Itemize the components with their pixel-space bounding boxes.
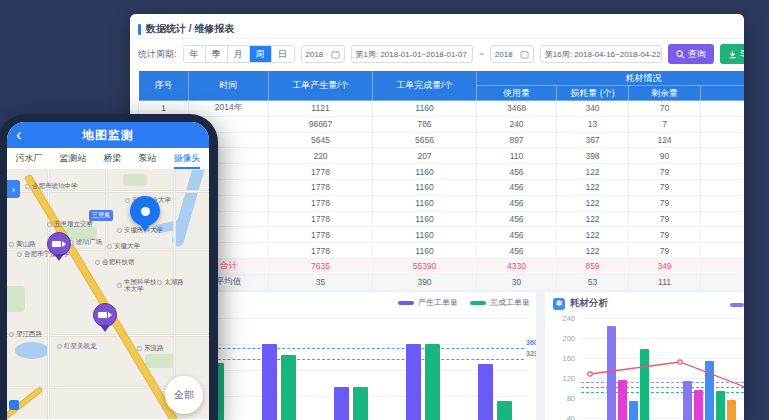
calendar-icon: [331, 50, 340, 59]
analysis-icon: ✽: [553, 298, 565, 310]
consumable-bar[interactable]: [716, 391, 725, 420]
tab-桥梁[interactable]: 桥梁: [104, 148, 122, 169]
map-label: 太湖路: [157, 278, 184, 287]
y-axis-tick-label: 200: [549, 334, 575, 343]
table-cell: 79: [629, 243, 701, 259]
period-option-日[interactable]: 日: [272, 46, 294, 62]
table-cell: 349: [629, 258, 701, 274]
tab-污水厂[interactable]: 污水厂: [16, 148, 43, 169]
poi-icon: [117, 283, 122, 288]
table-row[interactable]: 12014年11211160346834070250: [139, 101, 745, 117]
export-excel-button[interactable]: 导出Excel: [720, 44, 744, 64]
table-cell: 67: [701, 179, 745, 195]
consumable-bar[interactable]: [618, 380, 627, 420]
table-row[interactable]: 177811604561227967: [139, 243, 745, 259]
legend-item[interactable]: 产生工单量: [398, 297, 458, 308]
bar-完成工单量[interactable]: [497, 401, 512, 420]
consumable-bar[interactable]: [727, 400, 736, 420]
map-view[interactable]: 三里庵 › 全部 合肥市琥珀中学安徽农业大学五里墩立交桥安徽医科大学合肥市宁溪小…: [7, 170, 209, 419]
table-cell: 14: [701, 274, 745, 290]
bar-产生工单量[interactable]: [406, 344, 421, 420]
table-header-cell: 工单产生量/个: [269, 71, 373, 101]
tab-泵站[interactable]: 泵站: [139, 148, 157, 169]
tab-监测站[interactable]: 监测站: [60, 148, 87, 169]
table-header-cell: 工单完成量/个: [373, 71, 477, 101]
table-cell: 456: [477, 164, 557, 180]
map-river: [171, 170, 208, 248]
period-option-月[interactable]: 月: [228, 46, 250, 62]
expand-panel-button[interactable]: ›: [7, 180, 20, 198]
period-option-年[interactable]: 年: [184, 46, 206, 62]
map-control-icon[interactable]: [9, 400, 19, 410]
table-row[interactable]: 2202071103989019: [139, 148, 745, 164]
table-cell: 35: [269, 274, 373, 290]
year-end-value: 2018: [495, 50, 513, 59]
table-header-cell: 序号: [139, 71, 189, 101]
table-row[interactable]: 177811604561227967: [139, 211, 745, 227]
bar-完成工单量[interactable]: [425, 344, 440, 420]
dashboard-window: 数据统计 / 维修报表 统计周期: 年季月周日 2018 第1周: 2018-0…: [130, 14, 744, 420]
consumable-bar[interactable]: [629, 401, 638, 420]
consumables-chart-title: ✽ 耗材分析: [553, 297, 608, 310]
table-cell: 456: [477, 227, 557, 243]
poi-icon: [9, 242, 14, 247]
year-end-select[interactable]: 2018: [490, 45, 534, 63]
table-subheader-cell: 使用量: [477, 86, 557, 101]
week-range-end-input[interactable]: 第16周: 2018-04-16~2018-04-22: [540, 45, 662, 63]
bar-产生工单量[interactable]: [478, 364, 493, 420]
y-axis-tick-label: 80: [549, 394, 575, 403]
legend-swatch: [398, 301, 414, 305]
poi-icon: [25, 184, 30, 189]
period-option-周[interactable]: 周: [250, 46, 272, 62]
table-row[interactable]: 96667786240137650: [139, 116, 745, 132]
bar-产生工单量[interactable]: [334, 387, 349, 420]
legend-item[interactable]: 完成工单量: [470, 297, 530, 308]
table-cell: 897: [477, 132, 557, 148]
year-start-select[interactable]: 2018: [301, 45, 345, 63]
table-cell: 110: [477, 148, 557, 164]
table-cell: 90: [629, 148, 701, 164]
query-button[interactable]: 查询: [668, 44, 714, 64]
consumable-bar[interactable]: [640, 349, 649, 420]
table-cell: 1160: [373, 101, 477, 117]
table-row[interactable]: 177811604561227967: [139, 179, 745, 195]
table-row[interactable]: 56455656897367124125: [139, 132, 745, 148]
table-row[interactable]: 177811604561227967: [139, 227, 745, 243]
table-cell: 53: [557, 274, 629, 290]
map-park-area: [7, 286, 25, 312]
consumable-bar[interactable]: [607, 326, 616, 420]
tab-摄像头[interactable]: 摄像头: [174, 148, 201, 169]
map-label: 五里墩立交桥: [47, 220, 93, 229]
breadcrumb: 数据统计 / 维修报表: [138, 21, 234, 37]
selected-location-pin-icon[interactable]: [130, 196, 160, 234]
y-axis-tick-label: 120: [549, 374, 575, 383]
table-cell: 1160: [373, 227, 477, 243]
consumable-bar[interactable]: [694, 390, 703, 420]
bar-完成工单量[interactable]: [281, 355, 296, 420]
gridline: [579, 358, 744, 359]
table-row[interactable]: 177811604561227967: [139, 164, 745, 180]
table-cell: 122: [557, 179, 629, 195]
query-button-label: 查询: [688, 48, 706, 61]
week-range-start-input[interactable]: 第1周: 2018-01-01~2018-01-07: [351, 45, 473, 63]
period-option-季[interactable]: 季: [206, 46, 228, 62]
table-cell: 240: [477, 116, 557, 132]
report-table: 序号时间工单产生量/个工单完成量/个耗材情况使用量损耗量 (个)剩余量总量120…: [138, 70, 744, 290]
divider: [130, 38, 744, 39]
table-subheader-cell: 总量: [701, 86, 745, 101]
table-cell: 1160: [373, 179, 477, 195]
camera-pin-icon[interactable]: [47, 232, 71, 262]
table-cell: 122: [557, 195, 629, 211]
table-cell: 122: [557, 211, 629, 227]
breadcrumb-accent-bar: [138, 24, 141, 35]
bar-产生工单量[interactable]: [262, 344, 277, 420]
table-cell: 250: [701, 101, 745, 117]
consumable-bar[interactable]: [705, 361, 714, 420]
consumable-bar[interactable]: [683, 381, 692, 420]
camera-pin-icon[interactable]: [93, 303, 117, 333]
table-row[interactable]: 177811604561227967: [139, 195, 745, 211]
bar-完成工单量[interactable]: [353, 387, 368, 420]
show-all-button[interactable]: 全部: [165, 376, 203, 414]
back-chevron-icon[interactable]: ‹: [16, 123, 22, 147]
legend-swatch: [470, 301, 486, 305]
